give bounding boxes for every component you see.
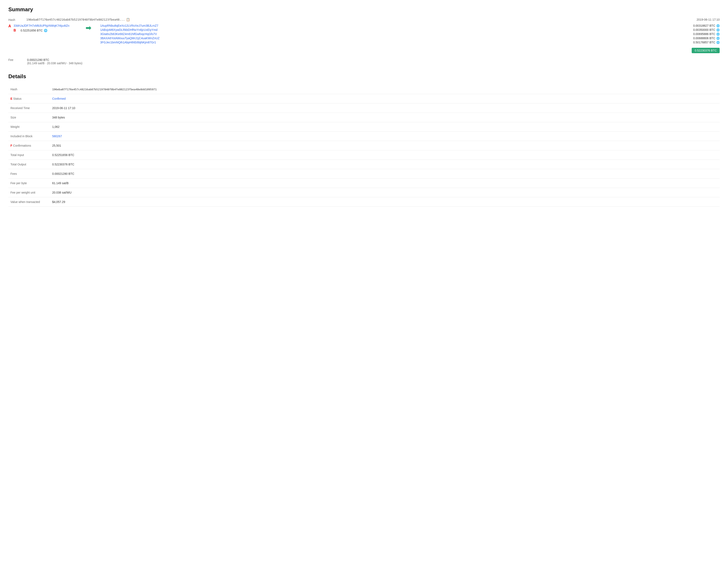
- detail-value: 20.038 sat/WU: [50, 188, 720, 197]
- detail-label: Fee per weight unit: [8, 188, 50, 197]
- summary-section: Summary Hash 196eba07f176e457c48216ab87b…: [8, 6, 720, 65]
- detail-row: Total Input0.52251656 BTC: [8, 150, 720, 160]
- hash-label: Hash: [8, 18, 25, 21]
- detail-label: Included in Block: [8, 132, 50, 141]
- summary-title: Summary: [8, 6, 720, 13]
- arrow-icon: ➡: [86, 24, 91, 32]
- receiver-amount: 0.00688806 BTC 🌐: [693, 37, 720, 40]
- fee-detail: (61.149 sat/B · 20.038 sat/WU · 348 byte…: [27, 62, 82, 65]
- receiver-amount: 0.00695886 BTC 🌐: [693, 32, 720, 36]
- copy-icon[interactable]: 📋: [126, 18, 130, 21]
- detail-label: Value when transacted: [8, 197, 50, 207]
- detail-value: 196eba07f176e457c48216ab87b52197848f8b4f…: [50, 85, 720, 94]
- summary-hash-row: Hash 196eba07f176e457c48216ab87b52197848…: [8, 18, 720, 21]
- globe-icon-receiver: 🌐: [716, 24, 720, 27]
- sender-col: A 33drUaJDF7H7xMb3UPhjzNWqK7rkju4tZn B 0…: [8, 24, 79, 32]
- fee-row: Fee 0.00021280 BTC (61.149 sat/B · 20.03…: [8, 58, 720, 65]
- annotation-B: B: [14, 29, 16, 32]
- timestamp: 2019-06-11 17:10: [696, 18, 720, 21]
- detail-label: Hash: [8, 85, 50, 94]
- receiver-address[interactable]: 3BAXA6YotAWouuTyaQMrJ1jC4uaKWnZnUZ: [100, 37, 159, 40]
- detail-value: 1,062: [50, 122, 720, 132]
- detail-row: Value when transacted$4,057.29: [8, 197, 720, 207]
- detail-row: Total Output0.52230376 BTC: [8, 160, 720, 169]
- annotation-A: A: [8, 24, 11, 28]
- detail-value: 0.00021280 BTC: [50, 169, 720, 179]
- detail-value: 580267: [50, 132, 720, 141]
- detail-value: 0.52251656 BTC: [50, 150, 720, 160]
- detail-value: Confirmed: [50, 94, 720, 104]
- detail-row: Fee per byte61.149 sat/B: [8, 179, 720, 188]
- detail-label: Received Time: [8, 104, 50, 113]
- detail-row: EStatusConfirmed: [8, 94, 720, 104]
- detail-label: Total Output: [8, 160, 50, 169]
- arrow-col: ➡: [86, 24, 94, 32]
- receiver-address[interactable]: 1ABxjoM6XywDLRkbDHfNvYn6jcUxEiyYmd: [100, 28, 158, 32]
- detail-row: Size348 bytes: [8, 113, 720, 122]
- globe-icon-receiver: 🌐: [716, 28, 720, 32]
- receiver-address[interactable]: 3FGJec1bmNQih1AbpHtNfz6bjNKjm87Gr1: [100, 41, 156, 44]
- receivers-list: 1AupRNbu8qEeXx12LVRxXeJ7um3BJLrnZ7 0.003…: [100, 24, 720, 44]
- detail-label: Fee per byte: [8, 179, 50, 188]
- detail-value: 348 bytes: [50, 113, 720, 122]
- detail-label: EStatus: [8, 94, 50, 104]
- detail-value: $4,057.29: [50, 197, 720, 207]
- block-link[interactable]: 580267: [52, 135, 62, 138]
- sender-amount: 0.52251656 BTC: [21, 29, 43, 32]
- total-output-badge: 0.52230376 BTC: [692, 48, 720, 53]
- fee-value: 0.00021280 BTC: [27, 58, 82, 62]
- receiver-row: 1AupRNbu8qEeXx12LVRxXeJ7um3BJLrnZ7 0.003…: [100, 24, 720, 27]
- fee-label: Fee: [8, 58, 25, 62]
- detail-value: 0.52230376 BTC: [50, 160, 720, 169]
- sender-address[interactable]: 33drUaJDF7H7xMb3UPhjzNWqK7rkju4tZn: [14, 24, 70, 27]
- receiver-amount: 0.50176857 BTC 🌐: [693, 41, 720, 44]
- details-section: Details Hash196eba07f176e457c48216ab87b5…: [8, 73, 720, 207]
- globe-icon-receiver: 🌐: [716, 33, 720, 36]
- detail-row: Hash196eba07f176e457c48216ab87b52197848f…: [8, 85, 720, 94]
- detail-row: FConfirmations25,501: [8, 141, 720, 150]
- detail-row: Weight1,062: [8, 122, 720, 132]
- detail-row: Included in Block580267: [8, 132, 720, 141]
- detail-label: Weight: [8, 122, 50, 132]
- receiver-amount: 0.00350000 BTC 🌐: [693, 28, 720, 32]
- detail-value: 2019-06-11 17:10: [50, 104, 720, 113]
- detail-value: 61.149 sat/B: [50, 179, 720, 188]
- globe-icon-sender: 🌐: [44, 29, 47, 32]
- receivers-col: 1AupRNbu8qEeXx12LVRxXeJ7um3BJLrnZ7 0.003…: [100, 24, 720, 53]
- receiver-address[interactable]: 3Gta6s2b63Ke68Z4m61NfGwfoqcHqGfo7V: [100, 32, 157, 36]
- transaction-area: A 33drUaJDF7H7xMb3UPhjzNWqK7rkju4tZn B 0…: [8, 24, 720, 53]
- detail-label: Total Input: [8, 150, 50, 160]
- details-table: Hash196eba07f176e457c48216ab87b52197848f…: [8, 85, 720, 207]
- receiver-address[interactable]: 1AupRNbu8qEeXx12LVRxXeJ7um3BJLrnZ7: [100, 24, 158, 27]
- detail-row: Fee per weight unit20.038 sat/WU: [8, 188, 720, 197]
- receiver-row: 3BAXA6YotAWouuTyaQMrJ1jC4uaKWnZnUZ 0.006…: [100, 37, 720, 40]
- receiver-row: 3FGJec1bmNQih1AbpHtNfz6bjNKjm87Gr1 0.501…: [100, 41, 720, 44]
- sender-row: 33drUaJDF7H7xMb3UPhjzNWqK7rkju4tZn: [14, 24, 70, 28]
- detail-label: Fees: [8, 169, 50, 179]
- detail-row: Fees0.00021280 BTC: [8, 169, 720, 179]
- receiver-row: 3Gta6s2b63Ke68Z4m61NfGwfoqcHqGfo7V 0.006…: [100, 32, 720, 36]
- receiver-row: 1ABxjoM6XywDLRkbDHfNvYn6jcUxEiyYmd 0.003…: [100, 28, 720, 32]
- hash-short-value: 196eba07f176e457c48216ab87b52197848f8b4f…: [26, 18, 125, 21]
- globe-icon-receiver: 🌐: [716, 37, 720, 40]
- detail-value: 25,501: [50, 141, 720, 150]
- globe-icon-receiver: 🌐: [716, 41, 720, 44]
- details-title: Details: [8, 73, 720, 80]
- detail-label: FConfirmations: [8, 141, 50, 150]
- detail-label: Size: [8, 113, 50, 122]
- detail-row: Received Time2019-06-11 17:10: [8, 104, 720, 113]
- receiver-amount: 0.00318827 BTC 🌐: [693, 24, 720, 27]
